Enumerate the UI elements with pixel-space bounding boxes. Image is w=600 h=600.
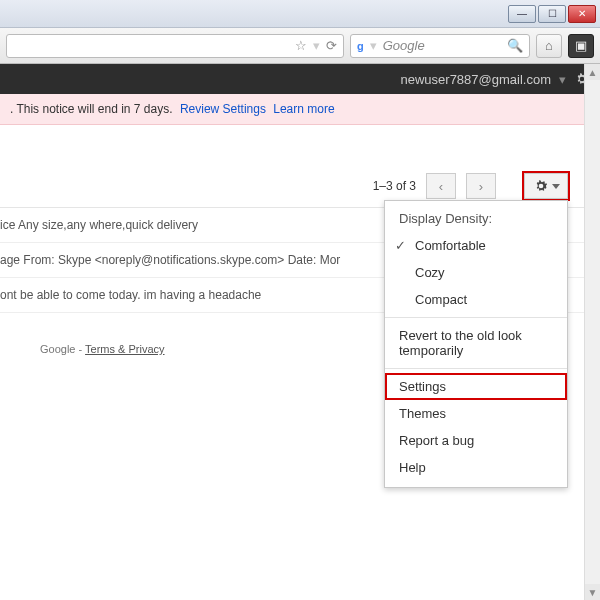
settings-menu: Display Density: Comfortable Cozy Compac… xyxy=(384,200,568,488)
reload-icon[interactable]: ⟳ xyxy=(326,38,337,53)
scroll-down-icon[interactable]: ▼ xyxy=(585,584,600,600)
window-maximize-button[interactable]: ☐ xyxy=(538,5,566,23)
newer-button[interactable]: ‹ xyxy=(426,173,456,199)
chevron-left-icon: ‹ xyxy=(439,179,443,194)
search-icon[interactable]: 🔍 xyxy=(507,38,523,53)
home-button[interactable]: ⌂ xyxy=(536,34,562,58)
vertical-scrollbar[interactable]: ▲ ▼ xyxy=(584,64,600,600)
terms-link[interactable]: Terms & Privacy xyxy=(85,343,164,355)
extension-icon: ▣ xyxy=(575,38,587,53)
menu-separator xyxy=(385,368,567,369)
home-icon: ⌂ xyxy=(545,38,553,53)
user-email[interactable]: newuser7887@gmail.com xyxy=(401,72,552,87)
menu-item-comfortable[interactable]: Comfortable xyxy=(385,232,567,259)
menu-item-help[interactable]: Help xyxy=(385,454,567,481)
bookmark-star-icon[interactable]: ☆ xyxy=(295,38,307,53)
menu-item-report[interactable]: Report a bug xyxy=(385,427,567,454)
menu-item-cozy[interactable]: Cozy xyxy=(385,259,567,286)
extension-button[interactable]: ▣ xyxy=(568,34,594,58)
footer-google: Google xyxy=(40,343,75,355)
settings-gear-button[interactable] xyxy=(524,173,568,199)
review-settings-link[interactable]: Review Settings xyxy=(180,102,266,116)
message-count: 1–3 of 3 xyxy=(373,179,416,193)
notice-text: . This notice will end in 7 days. xyxy=(10,102,173,116)
window-titlebar: — ☐ ✕ xyxy=(0,0,600,28)
learn-more-link[interactable]: Learn more xyxy=(273,102,334,116)
menu-item-settings[interactable]: Settings xyxy=(385,373,567,400)
notice-bar: . This notice will end in 7 days. Review… xyxy=(0,94,600,125)
window-close-button[interactable]: ✕ xyxy=(568,5,596,23)
window-minimize-button[interactable]: — xyxy=(508,5,536,23)
search-placeholder: Google xyxy=(383,38,425,53)
dropdown-caret-icon xyxy=(552,184,560,189)
google-header: newuser7887@gmail.com ▾ xyxy=(0,64,600,94)
google-engine-icon: g xyxy=(357,40,364,52)
menu-item-themes[interactable]: Themes xyxy=(385,400,567,427)
gear-icon xyxy=(533,178,549,194)
menu-separator xyxy=(385,317,567,318)
menu-item-compact[interactable]: Compact xyxy=(385,286,567,313)
scroll-up-icon[interactable]: ▲ xyxy=(585,64,600,80)
older-button[interactable]: › xyxy=(466,173,496,199)
search-box[interactable]: g ▾ Google 🔍 xyxy=(350,34,530,58)
browser-toolbar: ☆ ▾ ⟳ g ▾ Google 🔍 ⌂ ▣ xyxy=(0,28,600,64)
chevron-right-icon: › xyxy=(479,179,483,194)
menu-header: Display Density: xyxy=(385,205,567,232)
url-box[interactable]: ☆ ▾ ⟳ xyxy=(6,34,344,58)
menu-item-revert[interactable]: Revert to the old look temporarily xyxy=(385,322,567,364)
